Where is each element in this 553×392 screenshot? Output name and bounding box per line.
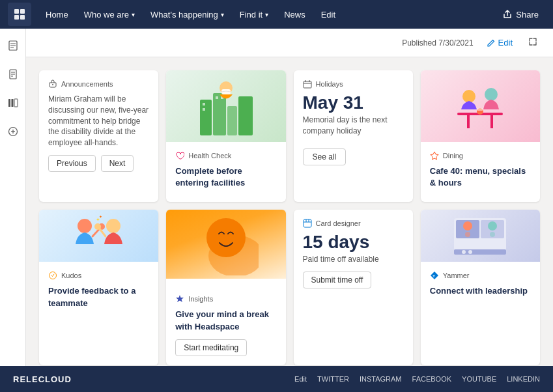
timeoff-card: Card designer 15 days Paid time off avai… [294,210,413,365]
holidays-date: May 31 [303,94,404,112]
nav-find-it[interactable]: Find it ▾ [233,6,275,23]
main-content: Published 7/30/2021 Edit [26,29,553,366]
page-icon[interactable] [4,36,22,55]
footer-edit-link[interactable]: Edit [294,375,307,383]
nav-who-we-are[interactable]: Who we are ▾ [78,6,141,23]
svg-rect-28 [221,89,231,94]
svg-point-61 [488,221,497,231]
svg-rect-13 [11,99,13,107]
top-navigation: Home Who we are ▾ What's happening ▾ Fin… [0,0,553,29]
svg-rect-19 [200,100,212,135]
health-illustration [166,70,285,142]
svg-point-51 [206,218,246,257]
svg-point-18 [52,84,53,85]
footer-facebook-link[interactable]: FACEBOOK [412,375,452,383]
health-category: Health Check [175,151,276,160]
submit-timeoff-button[interactable]: Submit time off [303,272,372,288]
svg-rect-35 [490,115,493,128]
published-date: Published 7/30/2021 [402,38,473,48]
svg-marker-40 [431,152,438,160]
footer-instagram-link[interactable]: INSTAGRAM [360,375,402,383]
chevron-down-icon: ▾ [221,11,224,18]
svg-text:Y: Y [432,274,435,278]
previous-button[interactable]: Previous [48,155,96,172]
doc-icon[interactable] [4,65,22,83]
footer-logo: RELECLOUD [13,374,72,384]
nav-news[interactable]: News [277,6,312,23]
chevron-down-icon: ▾ [265,11,268,18]
announcements-category: Announcements [48,79,149,89]
timeoff-subtitle: Paid time off available [303,254,404,265]
svg-point-46 [94,223,101,230]
expand-button[interactable] [526,35,540,51]
announcements-card: Announcements Miriam Graham will be disc… [39,70,158,202]
svg-rect-25 [216,96,218,99]
insights-card: Insights Give your mind a break with Hea… [166,210,285,365]
svg-rect-34 [467,115,470,128]
svg-rect-23 [203,103,205,105]
svg-point-37 [485,88,498,101]
svg-rect-21 [227,106,237,135]
dining-title: Cafe 40: menu, specials & hours [430,165,531,189]
holidays-category: Holidays [303,79,404,89]
timeoff-days: 15 days [303,233,404,251]
announcements-text: Miriam Graham will be discussing our new… [48,94,149,148]
svg-rect-2 [14,15,19,20]
svg-rect-0 [14,9,19,14]
footer-linkedin-link[interactable]: LINKEDIN [507,375,540,383]
svg-point-44 [106,219,121,233]
kudos-title: Provide feedback to a teammate [48,285,149,309]
page-footer: RELECLOUD Edit TWITTER INSTAGRAM FACEBOO… [0,366,553,392]
svg-point-66 [468,250,472,254]
insights-title: Give your mind a break with Headspace [175,309,276,332]
nav-edit[interactable]: Edit [315,6,342,23]
footer-links: Edit TWITTER INSTAGRAM FACEBOOK YOUTUBE … [294,375,540,383]
share-button[interactable]: Share [496,6,545,23]
edit-button[interactable]: Edit [481,35,518,50]
next-button[interactable]: Next [101,155,134,172]
start-meditating-button[interactable]: Start meditating [175,339,247,356]
svg-rect-24 [203,108,205,111]
svg-point-65 [462,250,466,254]
dining-illustration [421,70,540,142]
dining-card: Dining Cafe 40: menu, specials & hours [421,70,540,202]
yammer-category: Y Yammer [430,271,531,280]
svg-rect-20 [213,93,226,135]
health-title: Complete before entering facilities [175,165,276,189]
page-toolbar: Published 7/30/2021 Edit [26,29,553,57]
nav-home[interactable]: Home [39,6,75,23]
cards-grid: Announcements Miriam Graham will be disc… [26,57,553,366]
kudos-illustration: ✦ ✦ [39,210,158,262]
add-icon[interactable] [4,122,22,141]
svg-point-60 [463,221,472,231]
holidays-card: Holidays May 31 Memorial day is the next… [294,70,413,202]
svg-rect-3 [20,15,25,20]
dining-category: Dining [430,151,531,160]
svg-rect-39 [477,108,483,111]
yammer-illustration [421,210,540,262]
nav-whats-happening[interactable]: What's happening ▾ [144,6,231,23]
svg-text:✦: ✦ [99,215,102,219]
svg-rect-53 [304,219,311,227]
nav-logo[interactable] [8,3,31,26]
svg-rect-12 [8,99,10,107]
sidebar [0,29,26,366]
library-icon[interactable] [4,94,22,112]
svg-rect-1 [20,9,25,14]
see-all-button[interactable]: See all [303,148,347,165]
yammer-card: Y Yammer Connect with leadership [421,210,540,365]
yammer-title: Connect with leadership [430,285,531,297]
insights-category: Insights [175,294,276,303]
svg-rect-29 [304,81,311,88]
footer-twitter-link[interactable]: TWITTER [317,375,349,383]
footer-youtube-link[interactable]: YOUTUBE [462,375,496,383]
kudos-category: Kudos [48,271,149,280]
svg-rect-14 [14,99,18,107]
kudos-card: ✦ ✦ Kudos Provide feedback to a teammate [39,210,158,365]
chevron-down-icon: ▾ [132,11,135,18]
svg-marker-52 [176,295,184,302]
svg-rect-22 [238,96,253,135]
timeoff-category: Card designer [303,219,404,228]
health-check-card: Health Check Complete before entering fa… [166,70,285,202]
svg-point-62 [465,232,470,237]
